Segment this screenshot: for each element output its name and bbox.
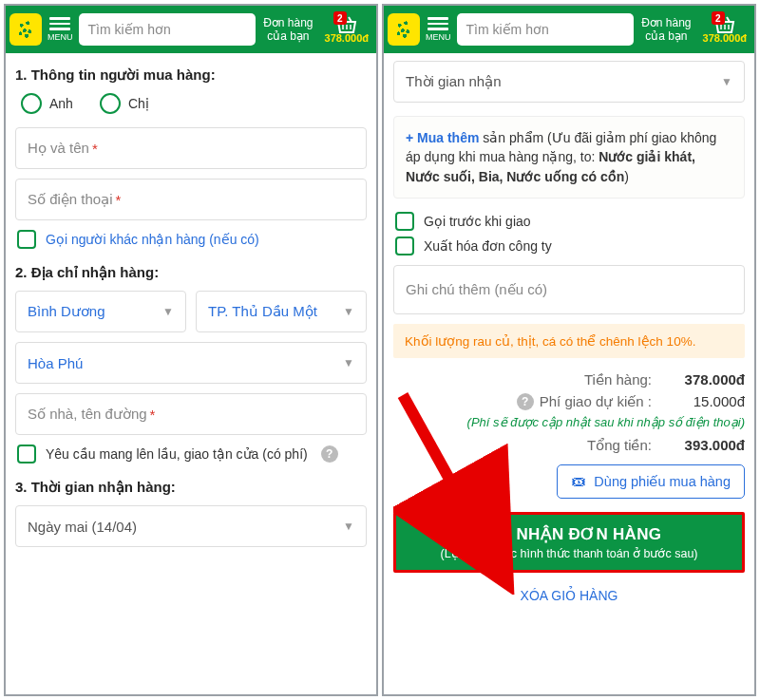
date-select[interactable]: Ngày mai (14/04) ▼ xyxy=(15,505,367,547)
note-input[interactable]: Ghi chú thêm (nếu có) xyxy=(393,265,745,314)
totals-block: Tiền hàng: 378.000đ ? Phí giao dự kiến :… xyxy=(393,371,745,454)
search-input[interactable]: Tìm kiếm hơn xyxy=(79,13,256,46)
checkbox-icon xyxy=(395,236,414,255)
help-icon[interactable]: ? xyxy=(321,445,338,463)
clear-cart-link[interactable]: XÓA GIỎ HÀNG xyxy=(393,588,745,603)
orders-link[interactable]: Đơn hàng của bạn xyxy=(637,16,694,44)
basket-icon: 2 xyxy=(335,15,358,32)
app-header: MENU Tìm kiếm hơn Đơn hàng của bạn 2 378… xyxy=(6,6,376,53)
checkbox-icon xyxy=(17,230,36,249)
cart-button[interactable]: 2 378.000đ xyxy=(699,15,750,44)
search-placeholder: Tìm kiếm hơn xyxy=(466,22,549,37)
upstairs-checkbox[interactable]: Yêu cầu mang lên lầu, giao tận cửa (có p… xyxy=(15,445,367,464)
brand-logo[interactable] xyxy=(388,13,420,46)
section-buyer-title: 1. Thông tin người mua hàng: xyxy=(15,66,367,84)
buy-more-link[interactable]: + Mua thêm xyxy=(406,130,479,145)
confirm-highlight: XÁC NHẬN ĐƠN HÀNG (Lựa chọn các hình thứ… xyxy=(393,512,745,573)
search-input[interactable]: Tìm kiếm hơn xyxy=(457,13,635,46)
chevron-down-icon: ▼ xyxy=(162,305,174,318)
checkout-form-2: Thời gian nhận ▼ + Mua thêm sản phẩm (Ưu… xyxy=(384,53,754,694)
checkbox-icon xyxy=(395,212,414,231)
checkout-screen-1: MENU Tìm kiếm hơn Đơn hàng của bạn 2 378… xyxy=(4,4,378,696)
checkout-form-1: 1. Thông tin người mua hàng: Anh Chị Họ … xyxy=(6,53,376,694)
total-value: 393.000đ xyxy=(657,437,745,453)
section-address-title: 2. Địa chỉ nhận hàng: xyxy=(15,264,367,281)
confirm-order-button[interactable]: XÁC NHẬN ĐƠN HÀNG (Lựa chọn các hình thứ… xyxy=(396,515,742,570)
checkout-screen-2: MENU Tìm kiếm hơn Đơn hàng của bạn 2 378… xyxy=(382,4,756,696)
menu-button[interactable]: MENU xyxy=(424,17,453,42)
chevron-down-icon: ▼ xyxy=(343,520,354,533)
fullname-input[interactable]: Họ và tên* xyxy=(15,127,367,169)
hamburger-icon xyxy=(49,17,70,30)
checkbox-icon xyxy=(17,445,36,464)
hamburger-icon xyxy=(428,17,448,30)
weight-warning: Khối lượng rau củ, thịt, cá có thể chênh… xyxy=(393,324,745,358)
ward-select[interactable]: Hòa Phú ▼ xyxy=(15,342,367,384)
cart-count-badge: 2 xyxy=(333,11,347,25)
ship-value: 15.000đ xyxy=(657,393,745,409)
time-select[interactable]: Thời gian nhận ▼ xyxy=(393,61,745,103)
gender-radio-anh[interactable]: Anh xyxy=(21,93,73,114)
company-invoice-checkbox[interactable]: Xuất hóa đơn công ty xyxy=(393,236,745,255)
phone-input[interactable]: Số điện thoại* xyxy=(15,179,367,220)
province-select[interactable]: Bình Dương ▼ xyxy=(15,291,186,332)
ticket-icon: 🎟 xyxy=(571,473,586,490)
app-header: MENU Tìm kiếm hơn Đơn hàng của bạn 2 378… xyxy=(384,6,754,53)
ship-label: Phí giao dự kiến : xyxy=(540,393,652,410)
orders-link[interactable]: Đơn hàng của bạn xyxy=(259,16,316,44)
help-icon[interactable]: ? xyxy=(517,393,534,410)
chevron-down-icon: ▼ xyxy=(721,75,732,88)
radio-icon xyxy=(21,93,42,114)
brand-logo[interactable] xyxy=(10,13,42,46)
cart-count-badge: 2 xyxy=(712,11,725,25)
radio-icon xyxy=(100,93,121,114)
upsell-box: + Mua thêm sản phẩm (Ưu đãi giảm phí gia… xyxy=(393,116,745,199)
menu-label: MENU xyxy=(48,32,73,42)
goods-value: 378.000đ xyxy=(657,371,745,388)
chevron-down-icon: ▼ xyxy=(343,356,354,369)
section-time-title: 3. Thời gian nhận hàng: xyxy=(15,479,367,496)
goods-label: Tiền hàng: xyxy=(584,371,652,388)
cart-button[interactable]: 2 378.000đ xyxy=(321,15,372,44)
call-before-checkbox[interactable]: Gọi trước khi giao xyxy=(393,212,745,231)
city-select[interactable]: TP. Thủ Dầu Một ▼ xyxy=(196,291,367,332)
chevron-down-icon: ▼ xyxy=(343,305,354,318)
gender-radio-chi[interactable]: Chị xyxy=(100,93,149,114)
ship-note: (Phí sẽ được cập nhật sau khi nhập số đi… xyxy=(393,415,745,429)
search-placeholder: Tìm kiếm hơn xyxy=(88,22,171,37)
menu-label: MENU xyxy=(426,32,451,42)
total-label: Tổng tiền: xyxy=(587,437,652,454)
menu-button[interactable]: MENU xyxy=(46,17,75,42)
other-receiver-checkbox[interactable]: Gọi người khác nhận hàng (nếu có) xyxy=(15,230,367,249)
basket-icon: 2 xyxy=(713,15,736,32)
voucher-button[interactable]: 🎟 Dùng phiếu mua hàng xyxy=(557,464,745,499)
street-input[interactable]: Số nhà, tên đường* xyxy=(15,393,367,435)
